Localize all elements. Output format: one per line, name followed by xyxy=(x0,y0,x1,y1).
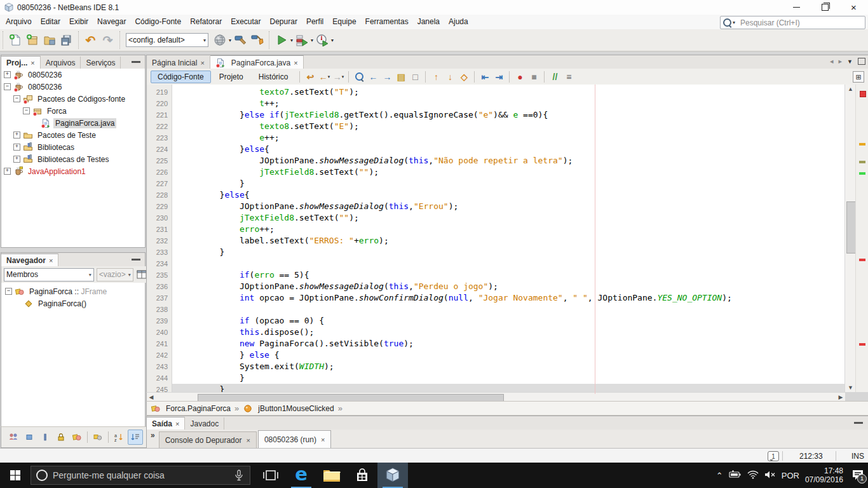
editor-tab-paginaforca-java[interactable]: PaginaForca.java× xyxy=(210,55,304,69)
clean-build-project-button[interactable] xyxy=(248,32,266,48)
next-occurrence-button[interactable]: → xyxy=(380,71,394,83)
profile-chevron-icon[interactable]: ▾ xyxy=(331,37,334,43)
stop-macro-recording-button[interactable]: ■ xyxy=(527,71,541,83)
comment-button[interactable]: // xyxy=(548,71,562,83)
code-line-240[interactable]: 240 this.dispose(); xyxy=(147,327,845,338)
undo-button[interactable]: ↶ xyxy=(82,32,99,48)
start-button[interactable] xyxy=(0,463,31,488)
sort-by-source-button[interactable] xyxy=(128,430,143,445)
vertical-scroll-thumb[interactable] xyxy=(846,201,856,254)
code-line-224[interactable]: 224 }else{ xyxy=(147,144,845,155)
menu-depurar[interactable]: Depurar xyxy=(266,15,302,29)
forward-button[interactable]: →▾ xyxy=(331,71,345,83)
wifi-icon[interactable] xyxy=(747,470,759,481)
scroll-down-icon[interactable]: ▼ xyxy=(845,383,856,392)
build-project-button[interactable] xyxy=(231,32,248,48)
menu-c-digo-fonte[interactable]: Código-Fonte xyxy=(130,15,186,29)
breadcrumb-jbutton1mouseclicked[interactable]: jButton1MouseClicked xyxy=(243,403,334,414)
profile-project-button[interactable] xyxy=(313,32,330,48)
console-tab-console-do-depurador[interactable]: Console do Depurador× xyxy=(159,431,257,448)
code-line-231[interactable]: 231 erro++; xyxy=(147,224,845,235)
navigator-minimize-button[interactable] xyxy=(132,259,140,261)
navigator-item-paginaforca[interactable]: PaginaForca() xyxy=(1,297,145,309)
code-line-244[interactable]: 244 } xyxy=(147,372,845,384)
error-stripe-mark[interactable] xyxy=(859,343,865,346)
notifications-icon[interactable]: 1 xyxy=(768,451,779,461)
rectangular-selection-button[interactable]: □ xyxy=(408,71,422,83)
battery-icon[interactable] xyxy=(729,470,742,481)
code-line-234[interactable]: 234 xyxy=(147,258,845,269)
code-line-239[interactable]: 239 if (opcao == 0) { xyxy=(147,315,845,327)
code-line-238[interactable]: 238 xyxy=(147,304,845,315)
code-line-237[interactable]: 237 int opcao = JOptionPane.showConfirmD… xyxy=(147,292,845,304)
tree-item-bibliotecas-de-testes[interactable]: +Bibliotecas de Testes xyxy=(1,153,145,165)
save-all-button[interactable] xyxy=(58,32,75,48)
show-fields-button[interactable] xyxy=(22,430,36,444)
projects-minimize-button[interactable] xyxy=(132,61,140,63)
deploy-button[interactable] xyxy=(211,32,228,48)
debug-project-button[interactable] xyxy=(293,32,310,48)
code-line-241[interactable]: 241 new PaginaForca().setVisible(true); xyxy=(147,338,845,349)
show-non-public-button[interactable] xyxy=(54,430,68,444)
close-button[interactable]: × xyxy=(839,0,868,15)
menu-editar[interactable]: Editar xyxy=(36,15,65,29)
taskbar-file-explorer-icon[interactable] xyxy=(316,463,347,488)
run-project-button[interactable] xyxy=(273,32,290,48)
show-positions-button[interactable] xyxy=(38,430,52,444)
code-line-233[interactable]: 233 } xyxy=(147,247,845,258)
close-icon[interactable]: × xyxy=(31,59,34,67)
view-hist-rico-button[interactable]: Histórico xyxy=(252,71,295,83)
language-indicator[interactable]: POR xyxy=(782,471,799,480)
taskbar-edge-icon[interactable]: e xyxy=(286,463,316,488)
scroll-tabs-left-icon[interactable]: ◂ xyxy=(830,57,834,65)
jump-last-edit-button[interactable]: ↩ xyxy=(303,71,317,83)
scroll-tabs-right-icon[interactable]: ▸ xyxy=(839,57,843,65)
close-icon[interactable]: × xyxy=(321,436,325,444)
menu-janela[interactable]: Janela xyxy=(413,15,444,29)
expand-handle[interactable]: + xyxy=(4,168,11,175)
expand-handle[interactable]: + xyxy=(13,144,20,151)
taskbar-netbeans-icon[interactable] xyxy=(377,463,408,488)
clock[interactable]: 17:48 07/09/2016 xyxy=(805,466,843,484)
expand-handle[interactable]: − xyxy=(4,83,11,90)
start-macro-recording-button[interactable]: ● xyxy=(513,71,527,83)
menu-ajuda[interactable]: Ajuda xyxy=(444,15,473,29)
scroll-up-icon[interactable]: ▲ xyxy=(845,85,856,93)
tray-chevron-icon[interactable]: ⌃ xyxy=(716,471,723,480)
menu-equipe[interactable]: Equipe xyxy=(328,15,360,29)
tab-sa-da[interactable]: Saída× xyxy=(147,417,185,430)
expand-handle[interactable]: + xyxy=(13,132,20,139)
code-line-228[interactable]: 228 }else{ xyxy=(147,189,845,201)
minimize-button[interactable] xyxy=(782,0,811,15)
error-stripe-mark[interactable] xyxy=(859,143,865,146)
global-search-box[interactable]: ▾ Pesquisar (Ctrl+I) xyxy=(720,16,865,29)
taskbar-store-icon[interactable] xyxy=(347,463,377,488)
config-select[interactable]: <config. default>▾ xyxy=(126,33,208,47)
tab-overflow-icon[interactable]: » xyxy=(151,431,155,440)
show-anonymous-button[interactable] xyxy=(91,430,105,444)
code-line-225[interactable]: 225 JOptionPane.showMessageDialog(this,"… xyxy=(147,155,845,166)
scroll-right-icon[interactable]: ▶ xyxy=(836,393,845,402)
error-stripe[interactable] xyxy=(855,85,868,392)
new-file-button[interactable] xyxy=(6,32,24,48)
microphone-icon[interactable] xyxy=(234,470,243,481)
maximize-window-icon[interactable] xyxy=(858,58,865,65)
menu-exibir[interactable]: Exibir xyxy=(65,15,93,29)
view-projeto-button[interactable]: Projeto xyxy=(212,71,250,83)
tree-item-forca[interactable]: −Forca xyxy=(1,105,145,117)
code-line-232[interactable]: 232 label.setText("ERROS: "+erro); xyxy=(147,235,845,247)
code-line-223[interactable]: 223 e++; xyxy=(147,132,845,144)
toggle-bookmark-button[interactable]: ◇ xyxy=(457,71,471,83)
code-line-226[interactable]: 226 jTextField8.setText(""); xyxy=(147,166,845,178)
redo-button[interactable]: ↷ xyxy=(99,32,116,48)
toggle-highlight-button[interactable]: ▤ xyxy=(394,71,408,83)
horizontal-scrollbar[interactable]: ◀ ▶ xyxy=(146,392,845,402)
tree-item-javaapplication1[interactable]: +JavaApplication1 xyxy=(1,165,145,177)
uncomment-button[interactable]: ≡ xyxy=(562,71,576,83)
expand-handle[interactable]: + xyxy=(4,71,11,78)
file-error-indicator[interactable] xyxy=(860,91,866,97)
error-stripe-mark[interactable] xyxy=(859,259,865,261)
tab-list-chevron-icon[interactable]: ▼ xyxy=(847,58,853,65)
tab-arquivos[interactable]: Arquivos xyxy=(41,57,81,69)
vertical-scrollbar[interactable]: ▲ ▼ xyxy=(844,85,856,392)
